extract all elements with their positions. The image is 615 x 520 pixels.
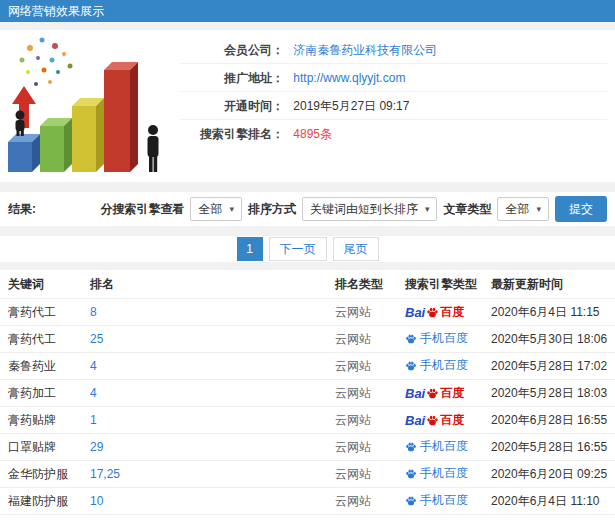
- rank-link[interactable]: 1: [90, 413, 97, 427]
- updated-cell: 2020年5月28日 18:03: [491, 385, 615, 402]
- updated-cell: 2020年6月4日 11:10: [491, 493, 615, 510]
- app-window: 网络营销效果展示: [0, 0, 615, 520]
- rank-link[interactable]: 10: [90, 494, 103, 508]
- baidu-paw-icon: [426, 306, 439, 319]
- baidu-logo-bai: Bai: [405, 386, 425, 401]
- updated-cell: 2020年6月28日 16:55: [491, 412, 615, 429]
- keyword-cell: 口罩贴牌: [8, 439, 90, 456]
- open-time-value: 2019年5月27日 09:17: [293, 99, 409, 113]
- company-info-panel: 会员公司： 济南秦鲁药业科技有限公司 推广地址： http://www.qlyy…: [0, 30, 615, 182]
- rank-type-cell: 云网站: [335, 439, 405, 456]
- col-header-rank-type: 排名类型: [335, 276, 405, 293]
- engine-cell: Bai百度 手机百度: [405, 304, 491, 321]
- engine-filter-label: 分搜索引擎查看: [100, 201, 184, 218]
- col-header-rank: 排名: [90, 276, 335, 293]
- last-page-button[interactable]: 尾页: [333, 237, 379, 261]
- keyword-cell: 膏药贴牌: [8, 412, 90, 429]
- rank-link[interactable]: 4: [90, 359, 97, 373]
- engine-cell: Bai百度 手机百度: [405, 357, 491, 375]
- baidu-logo: Bai百度: [405, 412, 464, 429]
- baidu-logo-du: 百度: [440, 412, 464, 429]
- mobile-baidu-logo: 手机百度: [405, 357, 468, 374]
- info-row-url: 推广地址： http://www.qlyyjt.com: [180, 64, 607, 92]
- mobile-baidu-logo: 手机百度: [405, 465, 468, 482]
- sort-label: 排序方式: [248, 201, 296, 218]
- rank-count-label: 搜索引擎排名：: [180, 120, 284, 148]
- submit-button[interactable]: 提交: [555, 196, 607, 222]
- article-type-select[interactable]: 全部 ▾: [497, 197, 549, 221]
- table-row: 膏药贴牌 1 云网站 Bai百度 手机百度 2020年6月28日 16:55: [0, 406, 615, 433]
- keyword-cell: 秦鲁药业: [8, 358, 90, 375]
- table-row: 口罩贴牌 29 云网站 Bai百度 手机百度 2020年5月28日 16:55: [0, 433, 615, 460]
- company-name-link[interactable]: 济南秦鲁药业科技有限公司: [293, 43, 437, 57]
- baidu-logo-bai: Bai: [405, 413, 425, 428]
- baidu-paw-icon: [426, 387, 439, 400]
- mobile-baidu-paw-icon: [405, 441, 417, 453]
- chevron-down-icon: ▾: [229, 204, 234, 214]
- baidu-logo-bai: Bai: [405, 305, 425, 320]
- table-row: 膏药代工 25 云网站 Bai百度 手机百度 2020年5月30日 18:06: [0, 325, 615, 352]
- chevron-down-icon: ▾: [536, 204, 541, 214]
- rank-type-cell: 云网站: [335, 493, 405, 510]
- mobile-baidu-paw-icon: [405, 468, 417, 480]
- rank-link[interactable]: 17,25: [90, 467, 120, 481]
- mobile-baidu-logo: 手机百度: [405, 438, 468, 455]
- rank-link[interactable]: 29: [90, 440, 103, 454]
- rank-type-cell: 云网站: [335, 385, 405, 402]
- info-row-company: 会员公司： 济南秦鲁药业科技有限公司: [180, 36, 607, 64]
- info-row-open-time: 开通时间： 2019年5月27日 09:17: [180, 92, 607, 120]
- baidu-paw-icon: [426, 414, 439, 427]
- table-row: 膏药加工 4 云网站 Bai百度 手机百度 2020年5月28日 18:03: [0, 379, 615, 406]
- figure-left: [16, 111, 25, 137]
- rank-type-cell: 云网站: [335, 304, 405, 321]
- rank-link[interactable]: 8: [90, 305, 97, 319]
- sort-select[interactable]: 关键词由短到长排序 ▾: [302, 197, 438, 221]
- keyword-cell: 金华防护服: [8, 466, 90, 483]
- figure-right: [148, 125, 159, 172]
- mobile-baidu-paw-icon: [405, 495, 417, 507]
- keyword-cell: 膏药加工: [8, 385, 90, 402]
- col-header-keyword: 关键词: [8, 276, 90, 293]
- table-row: 金华防护服 17,25 云网站 Bai百度 手机百度 2020年6月20日 09…: [0, 460, 615, 487]
- company-info-list: 会员公司： 济南秦鲁药业科技有限公司 推广地址： http://www.qlyy…: [180, 30, 615, 182]
- mobile-baidu-label: 手机百度: [420, 465, 468, 482]
- updated-cell: 2020年6月4日 11:15: [491, 304, 615, 321]
- engine-filter-value: 全部: [198, 201, 222, 218]
- col-header-engine-type: 搜索引擎类型: [405, 276, 491, 293]
- rank-type-cell: 云网站: [335, 466, 405, 483]
- mobile-baidu-logo: 手机百度: [405, 492, 468, 509]
- mobile-baidu-label: 手机百度: [420, 438, 468, 455]
- page-title: 网络营销效果展示: [8, 4, 104, 18]
- promo-url-link[interactable]: http://www.qlyyjt.com: [293, 71, 405, 85]
- updated-cell: 2020年5月30日 18:06: [491, 331, 615, 348]
- open-time-label: 开通时间：: [180, 92, 284, 120]
- updated-cell: 2020年5月28日 16:55: [491, 439, 615, 456]
- bar-chart-clipart-svg: [0, 30, 180, 182]
- engine-cell: Bai百度 手机百度: [405, 412, 491, 429]
- company-label: 会员公司：: [180, 36, 284, 64]
- page-1-button[interactable]: 1: [237, 237, 263, 261]
- results-toolbar: 结果: 分搜索引擎查看 全部 ▾ 排序方式 关键词由短到长排序 ▾ 文章类型 全…: [0, 192, 615, 226]
- mobile-baidu-label: 手机百度: [420, 357, 468, 374]
- rank-link[interactable]: 4: [90, 386, 97, 400]
- engine-cell: Bai百度 手机百度: [405, 330, 491, 348]
- keyword-cell: 膏药代工: [8, 331, 90, 348]
- engine-filter-select[interactable]: 全部 ▾: [190, 197, 242, 221]
- sort-value: 关键词由短到长排序: [310, 201, 418, 218]
- col-header-updated: 最新更新时间: [491, 276, 615, 293]
- info-row-rank-count: 搜索引擎排名： 4895条: [180, 120, 607, 148]
- table-row: 膏药代工 8 云网站 Bai百度 手机百度 2020年6月4日 11:15: [0, 298, 615, 325]
- mobile-baidu-logo: 手机百度: [405, 330, 468, 347]
- keyword-cell: 膏药代工: [8, 304, 90, 321]
- baidu-logo: Bai百度: [405, 304, 464, 321]
- next-page-button[interactable]: 下一页: [269, 237, 327, 261]
- marketing-clipart: [0, 30, 180, 182]
- filter-controls: 分搜索引擎查看 全部 ▾ 排序方式 关键词由短到长排序 ▾ 文章类型 全部 ▾ …: [100, 196, 607, 222]
- table-row: Bai百度 手机百度: [0, 514, 615, 520]
- rank-count-value: 4895条: [293, 127, 332, 141]
- rank-link[interactable]: 25: [90, 332, 103, 346]
- updated-cell: 2020年5月28日 17:02: [491, 358, 615, 375]
- engine-cell: Bai百度 手机百度: [405, 465, 491, 483]
- mobile-baidu-label: 手机百度: [420, 330, 468, 347]
- confetti-dots: [20, 38, 73, 87]
